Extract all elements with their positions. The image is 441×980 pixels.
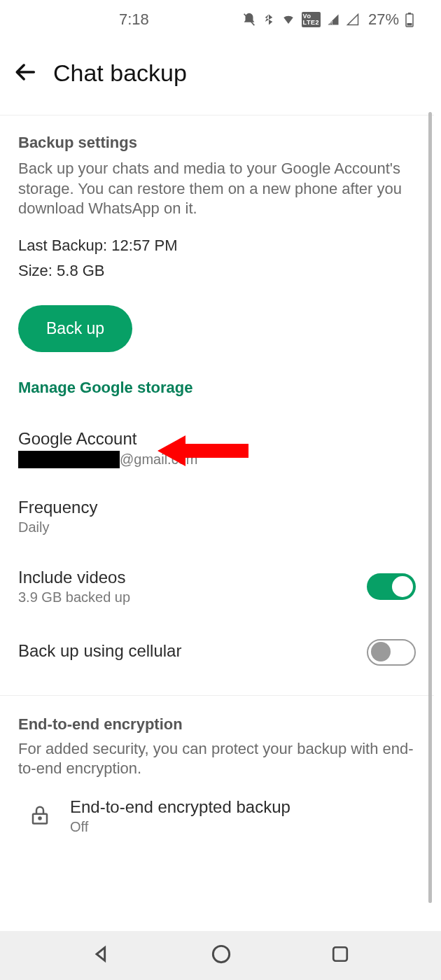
bluetooth-icon xyxy=(262,12,275,27)
wifi-icon xyxy=(281,13,296,26)
backup-settings-title: Backup settings xyxy=(18,134,416,152)
svg-text:R: R xyxy=(330,20,333,24)
e2e-backup-setting[interactable]: End-to-end encrypted backup Off xyxy=(0,779,434,835)
app-header: Chat backup xyxy=(0,38,434,115)
redacted-email-prefix xyxy=(18,451,120,468)
e2e-item-value: Off xyxy=(70,819,290,835)
svg-rect-2 xyxy=(408,13,411,14)
battery-percent: 27% xyxy=(368,10,399,29)
nav-home-button[interactable] xyxy=(211,944,231,967)
e2e-section: End-to-end encryption For added security… xyxy=(0,695,434,779)
status-bar: 7:18 VoLTE2 R 27% xyxy=(0,0,434,38)
google-account-setting[interactable]: Google Account @gmail.com xyxy=(0,397,434,468)
frequency-value: Daily xyxy=(18,519,416,536)
bell-muted-icon xyxy=(241,12,257,27)
page-title: Chat backup xyxy=(53,59,187,87)
backup-settings-desc: Back up your chats and media to your Goo… xyxy=(18,159,416,219)
battery-icon xyxy=(405,12,414,27)
android-nav-bar xyxy=(0,931,441,980)
e2e-desc: For added security, you can protect your… xyxy=(18,739,416,779)
status-time: 7:18 xyxy=(119,10,149,29)
cellular-setting[interactable]: Back up using cellular xyxy=(0,606,434,666)
google-account-value: @gmail.com xyxy=(18,451,416,468)
e2e-title: End-to-end encryption xyxy=(18,715,416,734)
svg-rect-3 xyxy=(407,23,412,26)
lock-icon xyxy=(29,803,50,830)
include-videos-value: 3.9 GB backed up xyxy=(18,589,367,606)
volte-icon: VoLTE2 xyxy=(302,12,321,27)
status-icons: VoLTE2 R 27% xyxy=(241,10,414,29)
include-videos-setting[interactable]: Include videos 3.9 GB backed up xyxy=(0,536,434,606)
cellular-toggle[interactable] xyxy=(367,639,416,666)
svg-rect-8 xyxy=(333,947,347,961)
backup-settings-section: Backup settings Back up your chats and m… xyxy=(0,115,434,219)
svg-point-5 xyxy=(39,817,41,819)
backup-button[interactable]: Back up xyxy=(18,305,132,352)
cellular-label: Back up using cellular xyxy=(18,641,367,661)
frequency-label: Frequency xyxy=(18,498,416,517)
manage-google-storage-link[interactable]: Manage Google storage xyxy=(18,379,434,397)
svg-point-7 xyxy=(213,946,229,962)
last-backup-line: Last Backup: 12:57 PM xyxy=(18,237,416,255)
frequency-setting[interactable]: Frequency Daily xyxy=(0,468,434,536)
nav-back-button[interactable] xyxy=(92,944,111,967)
signal-icon-1: R xyxy=(326,13,340,26)
nav-recent-button[interactable] xyxy=(331,945,349,966)
e2e-item-label: End-to-end encrypted backup xyxy=(70,797,290,817)
size-line: Size: 5.8 GB xyxy=(18,262,416,280)
google-account-label: Google Account xyxy=(18,429,416,449)
include-videos-toggle[interactable] xyxy=(367,573,416,600)
include-videos-label: Include videos xyxy=(18,568,367,587)
signal-icon-2 xyxy=(346,13,360,26)
back-button[interactable] xyxy=(14,60,38,87)
